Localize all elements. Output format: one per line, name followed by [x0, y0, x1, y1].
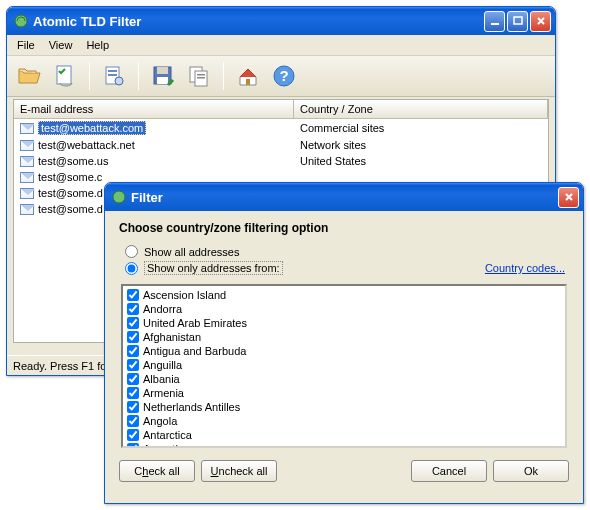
filter-title: Filter: [131, 190, 558, 205]
country-checkbox[interactable]: [127, 401, 139, 413]
table-row[interactable]: test@webattack.comCommercial sites: [14, 119, 548, 137]
filter-close-button[interactable]: [558, 187, 579, 208]
radio-show-all-input[interactable]: [125, 245, 138, 258]
check-all-button[interactable]: Check all: [119, 460, 195, 482]
country-checkbox[interactable]: [127, 289, 139, 301]
email-cell: test@some.c: [38, 171, 102, 183]
maximize-button[interactable]: [507, 11, 528, 32]
radio-show-all[interactable]: Show all addresses: [125, 245, 569, 258]
home-icon[interactable]: [232, 60, 264, 92]
svg-rect-9: [157, 67, 168, 74]
radio-show-all-label: Show all addresses: [144, 246, 239, 258]
radio-show-only-input[interactable]: [125, 262, 138, 275]
svg-rect-10: [157, 77, 168, 84]
mail-icon: [20, 172, 34, 183]
main-title: Atomic TLD Filter: [33, 14, 484, 29]
country-item[interactable]: Antigua and Barbuda: [125, 344, 563, 358]
mail-icon: [20, 204, 34, 215]
save-floppy-icon[interactable]: [147, 60, 179, 92]
country-cell: United States: [300, 155, 366, 167]
mail-icon: [20, 123, 34, 134]
cancel-button[interactable]: Cancel: [411, 460, 487, 482]
column-header-country[interactable]: Country / Zone: [294, 100, 548, 118]
toolbar-separator: [138, 62, 139, 90]
country-checkbox[interactable]: [127, 415, 139, 427]
country-item[interactable]: Angola: [125, 414, 563, 428]
country-checkbox[interactable]: [127, 303, 139, 315]
mail-icon: [20, 156, 34, 167]
svg-text:?: ?: [279, 67, 288, 84]
country-codes-link[interactable]: Country codes...: [485, 262, 565, 274]
country-label: United Arab Emirates: [143, 316, 247, 330]
help-icon[interactable]: ?: [268, 60, 300, 92]
country-cell: Commercial sites: [300, 122, 384, 134]
menu-file[interactable]: File: [11, 37, 41, 53]
svg-point-7: [115, 77, 123, 85]
country-checkbox[interactable]: [127, 345, 139, 357]
country-item[interactable]: Ascension Island: [125, 288, 563, 302]
toolbar-separator: [223, 62, 224, 90]
column-header-email[interactable]: E-mail address: [14, 100, 294, 118]
email-cell: test@some.us: [38, 155, 108, 167]
country-checkbox[interactable]: [127, 387, 139, 399]
country-checkbox[interactable]: [127, 359, 139, 371]
country-item[interactable]: Albania: [125, 372, 563, 386]
country-label: Angola: [143, 414, 177, 428]
country-item[interactable]: Andorra: [125, 302, 563, 316]
toolbar-separator: [89, 62, 90, 90]
mail-icon: [20, 140, 34, 151]
email-cell: test@webattack.com: [38, 121, 146, 135]
country-label: Afghanistan: [143, 330, 201, 344]
menubar: File View Help: [7, 35, 555, 56]
email-cell: test@some.d: [38, 187, 103, 199]
open-folder-icon[interactable]: [13, 60, 45, 92]
country-item[interactable]: United Arab Emirates: [125, 316, 563, 330]
svg-rect-2: [514, 17, 522, 24]
uncheck-all-button[interactable]: Uncheck all: [201, 460, 277, 482]
svg-rect-13: [197, 74, 205, 76]
table-row[interactable]: test@webattack.netNetwork sites: [14, 137, 548, 153]
country-item[interactable]: Armenia: [125, 386, 563, 400]
country-item[interactable]: Argentina: [125, 442, 563, 448]
svg-rect-6: [108, 74, 117, 76]
list-header: E-mail address Country / Zone: [14, 100, 548, 119]
svg-rect-1: [491, 23, 499, 25]
country-label: Ascension Island: [143, 288, 226, 302]
country-checkbox[interactable]: [127, 429, 139, 441]
country-item[interactable]: Anguilla: [125, 358, 563, 372]
country-item[interactable]: Afghanistan: [125, 330, 563, 344]
country-label: Anguilla: [143, 358, 182, 372]
country-checkbox[interactable]: [127, 317, 139, 329]
country-label: Antarctica: [143, 428, 192, 442]
toolbar: ?: [7, 56, 555, 97]
menu-help[interactable]: Help: [80, 37, 115, 53]
country-checkbox[interactable]: [127, 443, 139, 448]
filter-app-icon: [111, 189, 127, 205]
main-titlebar[interactable]: Atomic TLD Filter: [7, 7, 555, 35]
email-cell: test@some.d: [38, 203, 103, 215]
svg-rect-14: [197, 77, 205, 79]
menu-view[interactable]: View: [43, 37, 79, 53]
app-icon: [13, 13, 29, 29]
filter-titlebar[interactable]: Filter: [105, 183, 583, 211]
country-label: Netherlands Antilles: [143, 400, 240, 414]
close-button[interactable]: [530, 11, 551, 32]
country-checkbox[interactable]: [127, 373, 139, 385]
country-item[interactable]: Netherlands Antilles: [125, 400, 563, 414]
ok-button[interactable]: Ok: [493, 460, 569, 482]
country-cell: Network sites: [300, 139, 366, 151]
filter-dialog: Filter Choose country/zone filtering opt…: [104, 182, 584, 504]
svg-point-18: [113, 191, 125, 203]
country-item[interactable]: Antarctica: [125, 428, 563, 442]
minimize-button[interactable]: [484, 11, 505, 32]
checklist-icon[interactable]: [49, 60, 81, 92]
country-checkbox[interactable]: [127, 331, 139, 343]
table-row[interactable]: test@some.usUnited States: [14, 153, 548, 169]
country-label: Armenia: [143, 386, 184, 400]
copy-doc-icon[interactable]: [183, 60, 215, 92]
settings-doc-icon[interactable]: [98, 60, 130, 92]
country-list[interactable]: Ascension IslandAndorraUnited Arab Emira…: [121, 284, 567, 448]
status-text: Ready. Press F1 fo: [13, 360, 106, 372]
country-label: Argentina: [143, 442, 190, 448]
svg-rect-15: [246, 79, 250, 85]
